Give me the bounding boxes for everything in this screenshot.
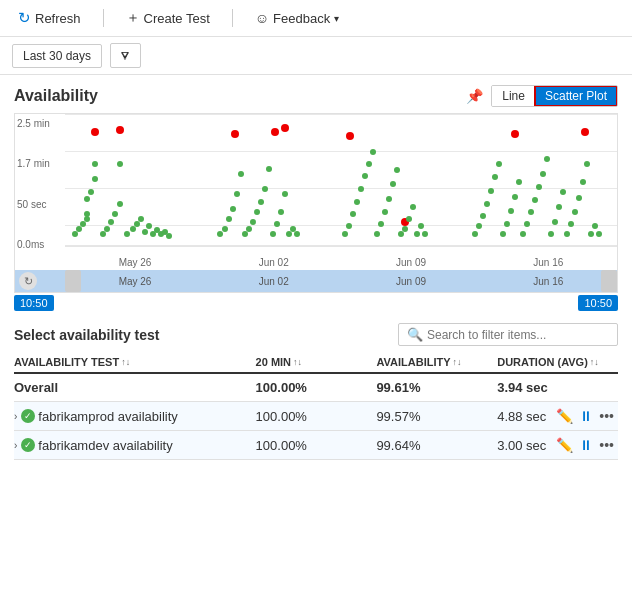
dot-green <box>342 231 348 237</box>
dot-green <box>84 196 90 202</box>
sort-arrow-test[interactable]: ↑↓ <box>121 357 130 367</box>
pause-icon-1[interactable]: ⏸ <box>579 437 593 453</box>
dot-green <box>80 221 86 227</box>
range-spin-icon[interactable]: ↻ <box>19 272 37 290</box>
more-icon-1[interactable]: ••• <box>599 437 614 453</box>
smiley-icon: ☺ <box>255 10 269 26</box>
dot-green <box>217 231 223 237</box>
range-x-may26: May 26 <box>119 276 152 287</box>
top-bar: ↻ Refresh ＋ Create Test ☺ Feedback ▾ <box>0 0 632 37</box>
col-min20: 20 MIN ↑↓ <box>256 356 377 368</box>
dot-green <box>544 156 550 162</box>
range-x-jun02: Jun 02 <box>259 276 289 287</box>
sort-arrow-duration[interactable]: ↑↓ <box>590 357 599 367</box>
search-input[interactable] <box>427 328 609 342</box>
dot-green <box>108 219 114 225</box>
divider <box>103 9 104 27</box>
row0-duration: 4.88 sec <box>497 409 556 424</box>
dot-green <box>382 209 388 215</box>
dot-green <box>104 226 110 232</box>
dot-green <box>124 231 130 237</box>
view-line-button[interactable]: Line <box>492 86 535 106</box>
range-slider-container: ↻ May 26 Jun 02 Jun 09 Jun 16 <box>15 270 617 292</box>
dot-green <box>254 209 260 215</box>
dot-green <box>580 179 586 185</box>
dot-green <box>370 149 376 155</box>
y-label-2: 50 sec <box>17 199 63 210</box>
dot-green <box>262 186 268 192</box>
dot-green <box>568 221 574 227</box>
dot-green <box>488 188 494 194</box>
refresh-icon: ↻ <box>18 9 31 27</box>
dot-green <box>290 226 296 232</box>
overall-min20: 100.00% <box>256 380 377 395</box>
dot-green <box>548 231 554 237</box>
refresh-button[interactable]: ↻ Refresh <box>12 6 87 30</box>
date-range-button[interactable]: Last 30 days <box>12 44 102 68</box>
row0-name: › ✓ fabrikamprod availability <box>14 409 256 424</box>
dot-green <box>492 174 498 180</box>
dot-green <box>556 204 562 210</box>
filter-icon: ⛛ <box>119 48 132 63</box>
overall-availability: 99.61% <box>376 380 497 395</box>
pin-icon[interactable]: 📌 <box>466 88 483 104</box>
dot-green <box>378 221 384 227</box>
dot-green <box>500 231 506 237</box>
dot-red <box>91 128 99 136</box>
section-header: Availability 📌 Line Scatter Plot <box>14 85 618 107</box>
feedback-button[interactable]: ☺ Feedback ▾ <box>249 7 345 29</box>
pause-icon-0[interactable]: ⏸ <box>579 408 593 424</box>
dot-green <box>504 221 510 227</box>
dot-green <box>528 209 534 215</box>
overall-label: Overall <box>14 380 256 395</box>
dot-red <box>581 128 589 136</box>
more-icon-0[interactable]: ••• <box>599 408 614 424</box>
row0-actions: ✏️ ⏸ ••• <box>556 408 618 424</box>
create-test-button[interactable]: ＋ Create Test <box>120 6 216 30</box>
dot-green <box>374 231 380 237</box>
row1-availability: 99.64% <box>376 438 497 453</box>
dot-green <box>274 221 280 227</box>
dot-green <box>410 204 416 210</box>
row1-min20: 100.00% <box>256 438 377 453</box>
col-duration: Duration (Avg) ↑↓ <box>497 356 618 368</box>
range-x-jun09: Jun 09 <box>396 276 426 287</box>
row0-availability: 99.57% <box>376 409 497 424</box>
dot-red <box>271 128 279 136</box>
dot-green <box>560 189 566 195</box>
filter-button[interactable]: ⛛ <box>110 43 141 68</box>
dot-green <box>472 231 478 237</box>
chevron-icon-0[interactable]: › <box>14 411 17 422</box>
dot-green <box>362 173 368 179</box>
dot-red <box>346 132 354 140</box>
dot-red <box>511 130 519 138</box>
dot-green <box>286 231 292 237</box>
dot-green <box>398 231 404 237</box>
availability-section: Select availability test 🔍 Availability … <box>14 323 618 460</box>
dot-green <box>386 196 392 202</box>
sort-arrow-min20[interactable]: ↑↓ <box>293 357 302 367</box>
dot-green <box>520 231 526 237</box>
sort-arrow-availability[interactable]: ↑↓ <box>453 357 462 367</box>
dot-green <box>270 231 276 237</box>
row1-name: › ✓ fabrikamdev availability <box>14 438 256 453</box>
status-check-0: ✓ <box>21 409 35 423</box>
status-check-1: ✓ <box>21 438 35 452</box>
chevron-icon-1[interactable]: › <box>14 440 17 451</box>
dot-green <box>222 226 228 232</box>
chart-area: 2.5 min 1.7 min 50 sec 0.0ms <box>14 113 618 293</box>
range-slider[interactable]: ↻ May 26 Jun 02 Jun 09 Jun 16 <box>15 270 617 292</box>
chart-y-labels: 2.5 min 1.7 min 50 sec 0.0ms <box>15 114 65 254</box>
search-box[interactable]: 🔍 <box>398 323 618 346</box>
dot-green <box>88 189 94 195</box>
y-label-0: 2.5 min <box>17 118 63 129</box>
view-scatter-button[interactable]: Scatter Plot <box>535 86 617 106</box>
edit-icon-1[interactable]: ✏️ <box>556 437 573 453</box>
dot-green <box>414 231 420 237</box>
table-header: Availability Test ↑↓ 20 MIN ↑↓ Availabil… <box>14 352 618 374</box>
chevron-down-icon: ▾ <box>334 13 339 24</box>
dot-red <box>116 126 124 134</box>
edit-icon-0[interactable]: ✏️ <box>556 408 573 424</box>
scatter-svg <box>65 114 617 254</box>
col-test: Availability Test ↑↓ <box>14 356 256 368</box>
